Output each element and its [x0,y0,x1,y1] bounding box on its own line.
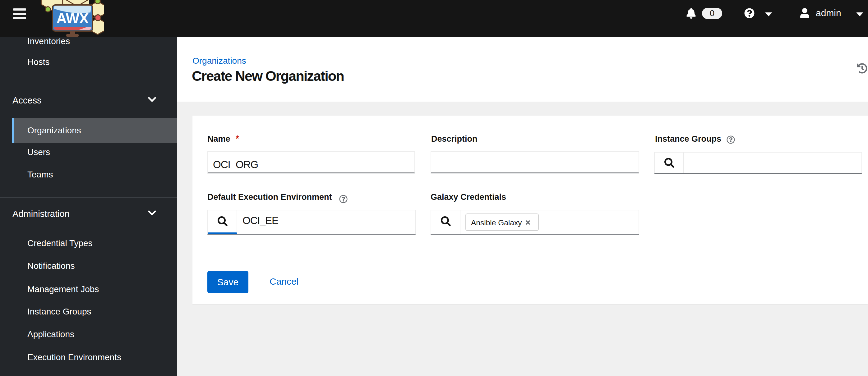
svg-text:AWX: AWX [56,10,89,26]
